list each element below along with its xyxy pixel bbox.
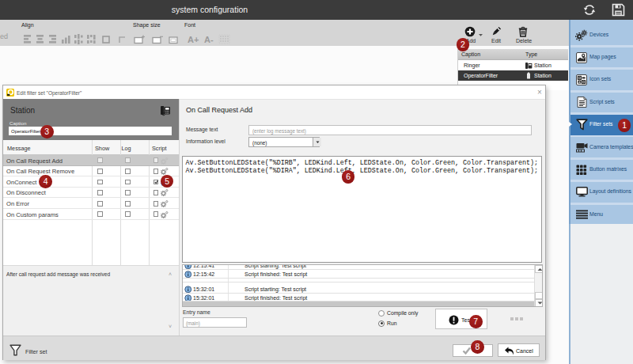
- svg-text:A+: A+: [188, 35, 199, 44]
- svg-text:A-: A-: [204, 35, 214, 44]
